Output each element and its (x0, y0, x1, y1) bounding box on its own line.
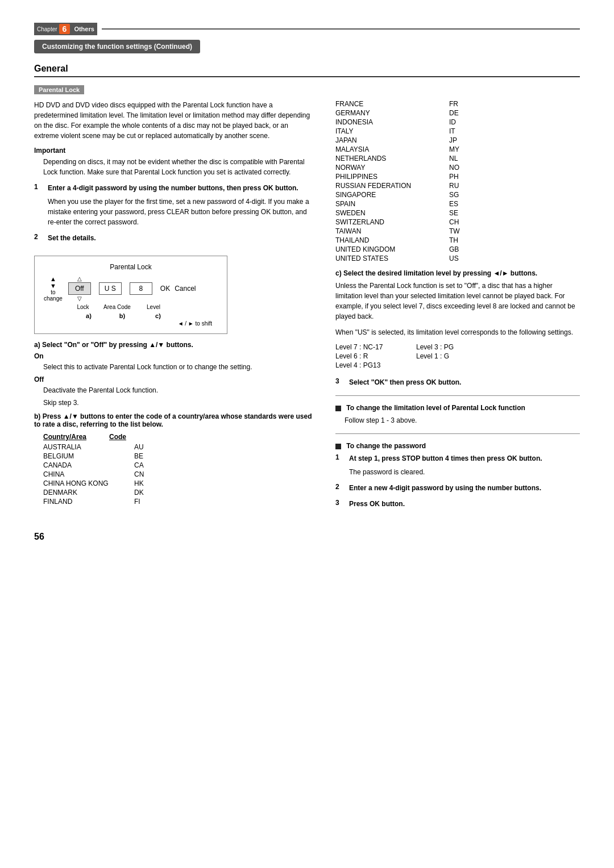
label-c: c) (144, 312, 172, 319)
off-text2: Skip step 3. (43, 398, 313, 408)
on-text: Select this to activate Parental Lock fu… (43, 362, 313, 372)
r-row-de: GERMANYDE (335, 109, 580, 117)
right-column: FRANCEFR GERMANYDE INDONESIAID ITALYIT J… (330, 100, 580, 515)
ok-label: OK (160, 285, 170, 293)
r-row-nl: NETHERLANDSNL (335, 155, 580, 162)
level-1: Level 1 : G (416, 352, 496, 360)
step-3-title: Select "OK" then press OK button. (349, 378, 461, 386)
page-number: 56 (34, 532, 580, 542)
country-row-be: BELGIUMBE (43, 452, 313, 460)
country-row-au: AUSTRALIAAU (43, 443, 313, 451)
r-row-fr: FRANCEFR (335, 100, 580, 108)
r-row-id: INDONESIAID (335, 118, 580, 126)
step-2: 2 Set the details. (34, 233, 313, 243)
shift-label: ◄ / ► to shift (44, 320, 218, 327)
chapter-line (102, 28, 580, 30)
r-row-us: UNITED STATESUS (335, 254, 580, 262)
change-limitation-text: To change the limitation level of Parent… (346, 404, 525, 412)
divider-1 (335, 395, 580, 396)
pw-step-3-num: 3 (335, 499, 345, 509)
level-4: Level 4 : PG13 (335, 361, 415, 369)
chapter-word: Chapter (37, 26, 57, 32)
sub-step-b: b) Press ▲/▼ buttons to enter the code o… (34, 412, 313, 506)
lock-col-label: Lock (71, 304, 95, 310)
country-row-dk: DENMARKDK (43, 489, 313, 496)
level-col-label: Level (139, 304, 168, 310)
pw-step-1: 1 At step 1, press STOP button 4 times t… (335, 453, 580, 477)
col-country-area: Country/Area (43, 433, 86, 441)
country-row-fi: FINLANDFI (43, 498, 313, 506)
step-1-title: Enter a 4-digit password by using the nu… (48, 184, 298, 192)
step-3-content: Select "OK" then press OK button. (349, 377, 580, 387)
important-heading: Important (34, 147, 313, 155)
main-content: HD DVD and DVD video discs equipped with… (34, 100, 580, 515)
country-row-ca: CANADACA (43, 461, 313, 469)
pw-step-3-content: Press OK button. (349, 499, 580, 509)
level-7: Level 7 : NC-17 (335, 343, 415, 351)
parental-lock-diagram: Parental Lock ▲ ▼ to change △ Off ▽ U S (34, 256, 227, 334)
change-limitation-section: To change the limitation level of Parent… (335, 404, 580, 425)
pw-step-1-content: At step 1, press STOP button 4 times the… (349, 453, 580, 477)
step-2-content: Set the details. (48, 233, 313, 243)
sub-step-c-heading: c) Select the desired limitation level b… (335, 269, 580, 277)
label-b: b) (103, 312, 142, 319)
intro-text: HD DVD and DVD video discs equipped with… (34, 100, 313, 141)
to-change-label: to (51, 289, 55, 295)
pw-step-2-title: Enter a new 4-digit password by using th… (349, 484, 541, 492)
level-empty (416, 361, 496, 369)
feature-label: Parental Lock (34, 85, 84, 94)
on-label: On (34, 352, 313, 360)
step-2-title: Set the details. (48, 234, 96, 242)
subtitle-bar: Customizing the function settings (Conti… (34, 40, 200, 53)
left-column: HD DVD and DVD video discs equipped with… (34, 100, 330, 515)
pw-step-1-num: 1 (335, 453, 345, 477)
off-text1: Deactivate the Parental Lock function. (43, 385, 313, 395)
r-row-it: ITALYIT (335, 127, 580, 135)
col-code: Code (109, 433, 126, 441)
pw-step-3: 3 Press OK button. (335, 499, 580, 509)
section-title: General (34, 64, 580, 77)
right-country-list: FRANCEFR GERMANYDE INDONESIAID ITALYIT J… (335, 100, 580, 262)
pw-step-1-title: At step 1, press STOP button 4 times the… (349, 454, 542, 462)
lock-value: Off (68, 282, 91, 295)
pw-step-3-title: Press OK button. (349, 500, 405, 508)
area-code-col-label: Area Code (97, 304, 137, 310)
r-row-gb: UNITED KINGDOMGB (335, 245, 580, 253)
sub-step-c-text1: Unless the Parental Lock function is set… (335, 281, 580, 322)
level-6: Level 6 : R (335, 352, 415, 360)
step-1-body: When you use the player for the first ti… (48, 197, 313, 227)
important-section: Important Depending on discs, it may not… (34, 147, 313, 177)
country-row-hk: CHINA HONG KONGHK (43, 479, 313, 487)
chapter-header: Chapter 6 Others (34, 23, 580, 35)
bullet-icon (335, 406, 341, 411)
country-table: Country/Area Code AUSTRALIAAU BELGIUMBE … (43, 433, 313, 506)
step-3: 3 Select "OK" then press OK button. (335, 377, 580, 387)
r-row-jp: JAPANJP (335, 136, 580, 144)
bullet-icon-2 (335, 444, 341, 449)
diagram-title: Parental Lock (44, 263, 218, 271)
chapter-title: Others (74, 26, 94, 32)
level-value: 8 (130, 282, 152, 295)
pw-step-2: 2 Enter a new 4-digit password by using … (335, 483, 580, 493)
change-limitation-heading: To change the limitation level of Parent… (335, 404, 580, 412)
lock-down-arrow: ▽ (77, 295, 82, 302)
change-password-heading: To change the password (335, 442, 580, 450)
change-password-text: To change the password (346, 442, 426, 450)
levels-grid: Level 7 : NC-17 Level 3 : PG Level 6 : R… (335, 343, 580, 369)
arrow-up-icon: ▲ (50, 276, 56, 282)
off-label: Off (34, 375, 313, 383)
level-3: Level 3 : PG (416, 343, 496, 351)
r-row-se: SWEDENSE (335, 209, 580, 217)
r-row-th: THAILANDTH (335, 236, 580, 244)
pw-step-2-content: Enter a new 4-digit password by using th… (349, 483, 580, 493)
change-limitation-body: Follow step 1 - 3 above. (345, 415, 580, 425)
area-code-value: U S (99, 282, 122, 295)
sub-step-a: a) Select "On" or "Off" by pressing ▲/▼ … (34, 341, 313, 408)
sub-step-c: c) Select the desired limitation level b… (335, 269, 580, 369)
important-text: Depending on discs, it may not be eviden… (43, 157, 313, 177)
lock-up-arrow: △ (77, 276, 82, 282)
cancel-label: Cancel (175, 285, 196, 293)
r-row-ph: PHILIPPINESPH (335, 173, 580, 181)
label-a: a) (77, 312, 101, 319)
change-password-section: To change the password 1 At step 1, pres… (335, 442, 580, 509)
